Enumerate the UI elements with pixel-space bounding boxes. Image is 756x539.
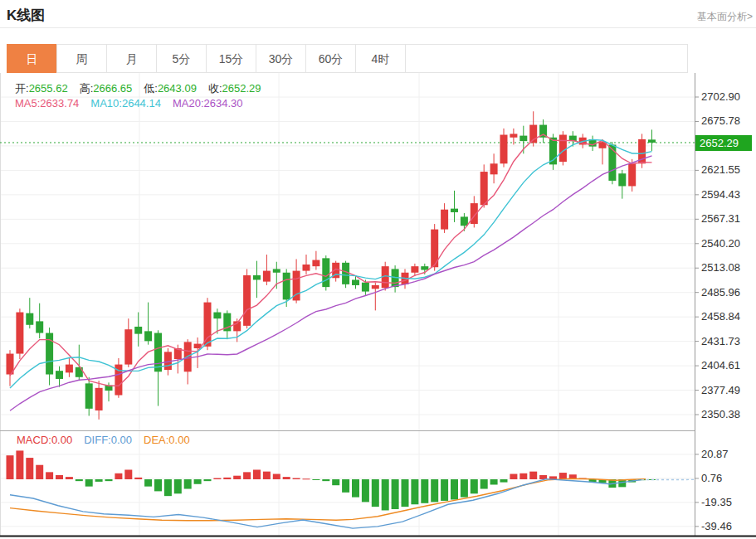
- candle: [322, 258, 329, 287]
- ma10-line: [10, 139, 652, 388]
- dea-line: [10, 478, 646, 521]
- indicator-value: 2643.09: [158, 82, 197, 95]
- candle: [194, 344, 202, 348]
- ma-row-item: MA5:2633.74: [15, 97, 79, 109]
- tab-30min[interactable]: 30分: [256, 44, 306, 73]
- indicator-value: 0.00: [111, 434, 132, 446]
- tab-month[interactable]: 月: [106, 44, 157, 73]
- candle: [451, 209, 458, 212]
- ma5-line: [10, 134, 652, 386]
- candle: [144, 331, 152, 341]
- candle: [105, 386, 113, 391]
- macd-axis-label: -19.35: [701, 496, 732, 508]
- tab-15min[interactable]: 15分: [206, 44, 256, 73]
- candle: [164, 352, 172, 370]
- diff-line: [10, 479, 641, 529]
- indicator-label: MA10:: [90, 97, 122, 109]
- tab-4hour[interactable]: 4时: [355, 44, 406, 73]
- macd-bar: [500, 479, 508, 483]
- indicator-value: 0.00: [168, 434, 189, 446]
- macd-bar: [115, 473, 122, 479]
- macd-bar: [293, 478, 300, 479]
- candle: [233, 321, 241, 331]
- tab-5min[interactable]: 5分: [156, 44, 207, 73]
- ohlc-row-item: 开:2655.62: [15, 82, 68, 95]
- macd-bar: [332, 479, 339, 485]
- y-axis-label: 2594.43: [701, 188, 740, 201]
- ohlc-row-item: 收:2652.29: [208, 82, 261, 95]
- candle: [115, 365, 122, 396]
- ma-row-item: MA10:2644.14: [90, 97, 161, 109]
- macd-bar: [233, 476, 241, 479]
- candle: [213, 313, 221, 319]
- y-axis-label: 2567.31: [701, 212, 740, 225]
- tab-60min[interactable]: 60分: [305, 44, 356, 73]
- macd-bar: [362, 479, 369, 502]
- candle: [283, 273, 290, 300]
- candle: [372, 285, 379, 289]
- macd-bar: [36, 465, 43, 479]
- indicator-label: DIFF:: [84, 434, 111, 446]
- ma20-line: [10, 156, 652, 411]
- macd-bar: [204, 479, 212, 481]
- candle: [579, 138, 587, 145]
- macd-bar: [490, 479, 498, 484]
- candle: [124, 329, 132, 364]
- macd-bar: [66, 477, 73, 479]
- macd-bar: [124, 469, 132, 479]
- candle: [490, 163, 498, 174]
- page-title: K线图: [7, 6, 45, 25]
- y-axis-label: 2431.73: [701, 335, 740, 347]
- candle: [352, 279, 359, 285]
- tab-day[interactable]: 日: [7, 44, 57, 73]
- candle: [56, 371, 63, 379]
- candle: [273, 269, 280, 272]
- indicator-label: MA5:: [15, 97, 40, 109]
- macd-bar: [628, 479, 636, 483]
- macd-bar: [480, 479, 488, 489]
- indicator-value: 2655.62: [29, 82, 68, 95]
- candle: [253, 275, 261, 279]
- y-axis-label: 2350.38: [701, 408, 740, 420]
- macd-bar: [342, 479, 349, 493]
- macd-bar: [253, 469, 261, 479]
- macd-bar: [352, 479, 359, 498]
- candle: [154, 333, 162, 372]
- macd-bar: [16, 450, 23, 479]
- macd-bar: [569, 474, 577, 479]
- macd-bar: [243, 472, 251, 479]
- candle: [382, 266, 389, 288]
- candle: [85, 383, 93, 408]
- candle: [618, 173, 626, 186]
- candle: [559, 135, 567, 163]
- macd-bar: [26, 458, 33, 479]
- candle: [303, 265, 310, 271]
- y-axis-label: 2485.96: [701, 286, 740, 299]
- macd-bar: [134, 478, 142, 479]
- macd-bar: [105, 479, 113, 481]
- indicator-value: 2666.65: [93, 82, 132, 95]
- candle: [510, 134, 517, 137]
- macd-axis-label: 20.87: [701, 448, 729, 460]
- macd-bar: [7, 455, 14, 479]
- macd-bar: [431, 479, 438, 502]
- macd-bar: [273, 474, 280, 479]
- y-axis-label: 2404.61: [701, 359, 740, 371]
- macd-bar: [579, 478, 587, 479]
- candle: [46, 333, 53, 375]
- candle: [539, 125, 547, 138]
- fundamental-analysis-link[interactable]: 基本面分析>: [697, 10, 753, 24]
- ohlc-readout: 开:2655.62高:2666.65低:2643.09收:2652.29: [15, 81, 273, 96]
- macd-histogram-layer: [7, 450, 656, 510]
- macd-bar: [263, 472, 271, 479]
- tab-week[interactable]: 周: [56, 44, 107, 73]
- candle: [648, 139, 656, 143]
- macd-readout: MACD:0.00DIFF:0.00DEA:0.00: [17, 434, 202, 446]
- macd-bar: [638, 479, 646, 480]
- macd-bar: [312, 479, 319, 480]
- macd-bar: [164, 479, 172, 496]
- candle: [362, 283, 369, 292]
- candle: [293, 271, 300, 301]
- candles-layer[interactable]: [7, 111, 656, 420]
- candle: [332, 263, 339, 278]
